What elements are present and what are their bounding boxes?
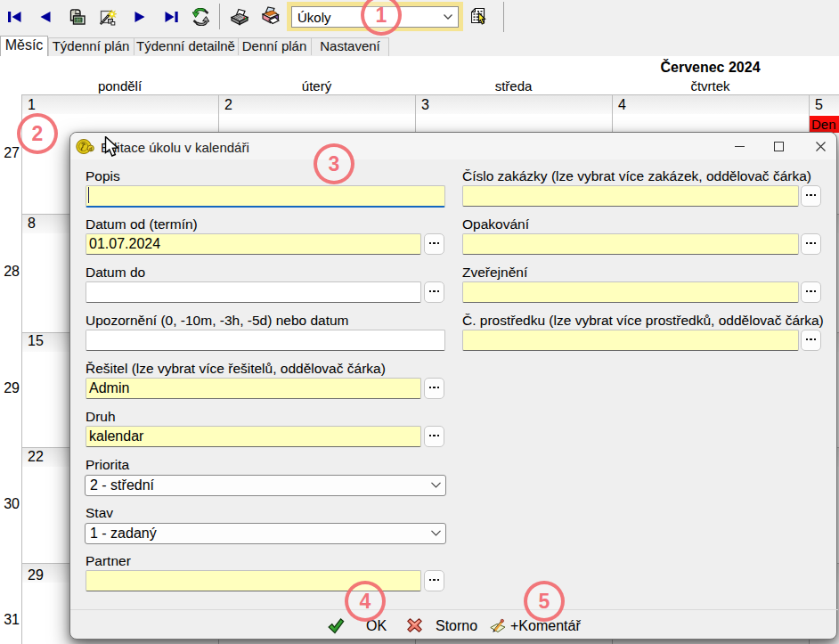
- svg-text:010: 010: [76, 18, 83, 22]
- svg-text:d: d: [89, 146, 92, 151]
